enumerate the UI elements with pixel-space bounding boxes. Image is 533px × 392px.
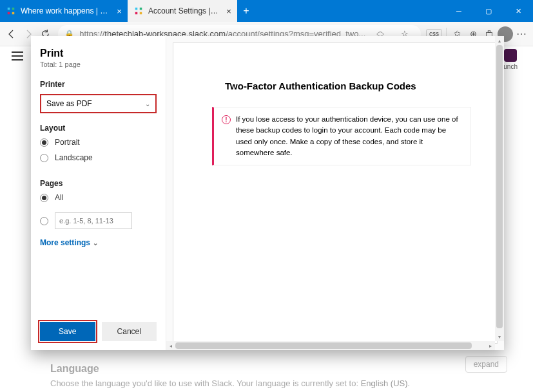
maximize-button[interactable]: ▢	[474, 0, 503, 22]
vertical-scrollbar[interactable]: ▴ ▾	[495, 36, 504, 341]
more-settings-label: More settings	[40, 238, 90, 247]
scroll-right-icon[interactable]: ▸	[486, 341, 495, 350]
launch-sidebar: unch	[503, 49, 518, 70]
warning-icon: !	[222, 115, 231, 124]
scroll-left-icon[interactable]: ◂	[166, 341, 175, 350]
chevron-down-icon: ⌄	[145, 100, 150, 107]
slack-app-icon[interactable]	[504, 49, 517, 62]
cancel-button[interactable]: Cancel	[102, 322, 157, 341]
expand-button[interactable]: expand	[465, 356, 507, 373]
svg-rect-4	[135, 8, 138, 10]
radio-checked-icon	[40, 138, 48, 147]
layout-label: Layout	[40, 124, 157, 133]
new-tab-button[interactable]: +	[237, 0, 255, 22]
scroll-up-icon[interactable]: ▴	[495, 36, 504, 45]
close-icon[interactable]: ×	[224, 6, 233, 15]
portrait-label: Portrait	[55, 138, 80, 147]
close-window-button[interactable]: ✕	[503, 0, 533, 22]
printer-select[interactable]: Save as PDF ⌄	[40, 94, 157, 113]
dialog-actions: Save Cancel	[40, 322, 157, 341]
chevron-down-icon: ⌄	[93, 239, 98, 247]
print-sidebar: Print Total: 1 page Printer Save as PDF …	[31, 36, 166, 350]
preview-callout: ! If you lose access to your authenticat…	[212, 107, 471, 165]
horizontal-scrollbar[interactable]: ◂ ▸	[166, 341, 495, 350]
language-desc: Choose the language you'd like to use wi…	[50, 378, 507, 388]
print-subtitle: Total: 1 page	[40, 61, 157, 68]
svg-rect-5	[140, 8, 142, 10]
language-title: Language	[50, 363, 507, 375]
window-controls: ─ ▢ ✕	[444, 0, 533, 22]
minimize-button[interactable]: ─	[444, 0, 474, 22]
language-section: Language Choose the language you'd like …	[50, 363, 507, 388]
pages-range-option[interactable]	[40, 212, 157, 229]
callout-text: If you lose access to your authenticatio…	[236, 114, 463, 158]
tab-label: Account Settings | thetechlab Sl...	[148, 6, 219, 15]
browser-tab-inactive[interactable]: Where work happens | Slack ×	[0, 0, 128, 22]
svg-rect-1	[12, 8, 15, 10]
svg-rect-6	[135, 12, 138, 15]
tab-label: Where work happens | Slack	[21, 6, 110, 15]
preview-page: Two-Factor Authentication Backup Codes !…	[173, 42, 498, 344]
close-icon[interactable]: ×	[115, 6, 124, 15]
printer-label: Printer	[40, 80, 157, 89]
svg-rect-2	[8, 12, 10, 15]
preview-heading: Two-Factor Authentication Backup Codes	[199, 80, 471, 91]
more-menu[interactable]: ⋯	[514, 28, 529, 40]
landscape-option[interactable]: Landscape	[40, 153, 157, 162]
print-title: Print	[40, 48, 157, 59]
save-button[interactable]: Save	[40, 322, 95, 341]
portrait-option[interactable]: Portrait	[40, 138, 157, 147]
landscape-label: Landscape	[55, 153, 93, 162]
menu-icon[interactable]	[12, 51, 23, 61]
back-button[interactable]	[4, 24, 19, 44]
pages-all-option[interactable]: All	[40, 193, 157, 202]
scroll-down-icon[interactable]: ▾	[495, 332, 504, 341]
page-range-input[interactable]	[55, 212, 132, 229]
all-label: All	[55, 193, 63, 202]
svg-rect-7	[140, 12, 142, 15]
pages-label: Pages	[40, 179, 157, 188]
slack-favicon	[134, 6, 143, 15]
browser-tab-active[interactable]: Account Settings | thetechlab Sl... ×	[128, 0, 237, 22]
window-titlebar: Where work happens | Slack × Account Set…	[0, 0, 533, 22]
print-dialog: Print Total: 1 page Printer Save as PDF …	[31, 36, 504, 350]
more-settings-toggle[interactable]: More settings ⌄	[40, 238, 157, 247]
printer-value: Save as PDF	[46, 99, 92, 108]
launch-label: unch	[503, 63, 518, 70]
print-preview: Two-Factor Authentication Backup Codes !…	[166, 36, 504, 350]
svg-rect-9	[488, 30, 490, 32]
radio-icon	[40, 217, 48, 225]
radio-icon	[40, 154, 48, 162]
svg-rect-3	[12, 12, 15, 15]
slack-favicon	[6, 6, 15, 15]
radio-checked-icon	[40, 194, 48, 202]
svg-rect-0	[8, 8, 10, 10]
